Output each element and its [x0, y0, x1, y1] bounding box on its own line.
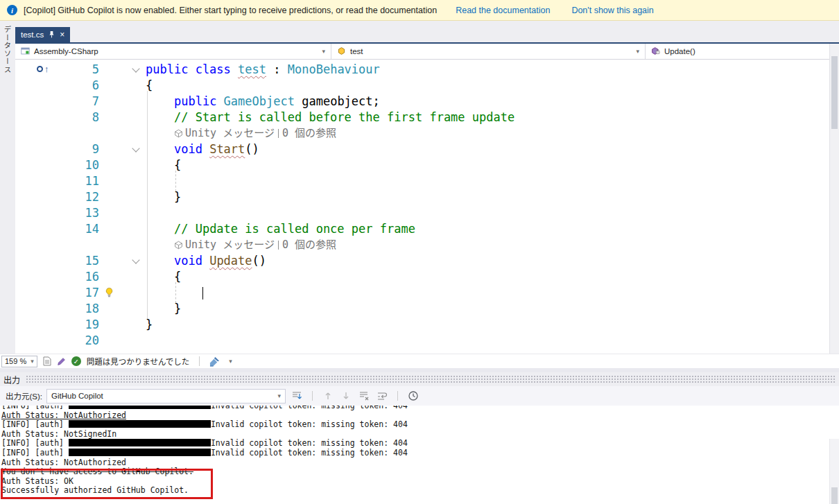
fold-margin[interactable]: [103, 189, 146, 205]
up-arrow-glyph: ↑: [44, 64, 49, 73]
codelens-line[interactable]: Unity メッセージ0 個の参照: [146, 125, 829, 141]
fold-margin[interactable]: [103, 94, 146, 110]
code-line[interactable]: }: [146, 189, 829, 205]
tool-window-tab-data-sources[interactable]: データソース: [3, 26, 13, 354]
code-row[interactable]: 12 }: [15, 189, 829, 205]
fold-margin[interactable]: [103, 110, 146, 125]
next-message-icon[interactable]: [339, 389, 353, 403]
zoom-level-select[interactable]: 159 % ▾: [1, 356, 37, 367]
pin-icon[interactable]: [49, 31, 55, 40]
code-row[interactable]: 6{: [15, 78, 829, 94]
document-icon[interactable]: [43, 356, 51, 366]
output-panel-header[interactable]: 出力: [0, 372, 839, 386]
code-rows[interactable]: ↑5public class test : MonoBehaviour6{7 p…: [15, 60, 829, 349]
code-line[interactable]: {: [146, 269, 829, 285]
project-dropdown-value: Assembly-CSharp: [34, 47, 98, 55]
fold-margin[interactable]: [103, 141, 146, 157]
code-line[interactable]: {: [146, 78, 829, 94]
panel-drag-grip[interactable]: [26, 375, 836, 383]
code-line[interactable]: [146, 173, 829, 189]
fold-margin[interactable]: [103, 221, 146, 237]
dont-show-again-link[interactable]: Don't show this again: [571, 6, 653, 15]
prev-message-icon[interactable]: [321, 389, 335, 403]
code-line[interactable]: public class test : MonoBehaviour: [146, 62, 829, 78]
code-row[interactable]: 10 {: [15, 157, 829, 173]
code-line[interactable]: void Update(): [146, 253, 829, 269]
type-dropdown[interactable]: test ▾: [331, 44, 646, 59]
project-dropdown[interactable]: Assembly-CSharp ▾: [15, 44, 331, 59]
clear-all-icon[interactable]: [357, 389, 371, 403]
code-row[interactable]: 11: [15, 173, 829, 189]
code-row[interactable]: ↑5public class test : MonoBehaviour: [15, 62, 829, 78]
code-line[interactable]: [146, 285, 829, 301]
code-row[interactable]: 8 // Start is called before the first fr…: [15, 110, 829, 125]
code-row[interactable]: 9 void Start(): [15, 141, 829, 157]
code-row[interactable]: 15 void Update(): [15, 253, 829, 269]
fold-margin[interactable]: [103, 62, 146, 78]
fold-chevron-icon[interactable]: [132, 256, 139, 263]
code-row[interactable]: 13: [15, 205, 829, 221]
code-line[interactable]: {: [146, 157, 829, 173]
codelens-references[interactable]: 0 個の参照: [282, 237, 336, 253]
code-line[interactable]: // Update is called once per frame: [146, 221, 829, 237]
fold-margin[interactable]: [103, 237, 146, 253]
fold-margin[interactable]: [103, 78, 146, 94]
fold-margin[interactable]: [103, 317, 146, 333]
fold-margin[interactable]: [103, 333, 146, 349]
line-number-margin: 13: [15, 205, 103, 221]
member-dropdown[interactable]: Update() ▾: [646, 44, 839, 59]
code-token: {: [146, 78, 153, 92]
goto-message-icon[interactable]: [290, 389, 304, 403]
code-row[interactable]: 7 public GameObject gameobject;: [15, 94, 829, 110]
code-editor[interactable]: ↑5public class test : MonoBehaviour6{7 p…: [15, 60, 829, 354]
code-line[interactable]: public GameObject gameobject;: [146, 94, 829, 110]
output-line: Auth Status: NotSignedIn: [1, 430, 839, 440]
editor-status-bar: 159 % ▾ ✓ 問題は見つかりませんでした ▾: [0, 354, 839, 368]
fold-margin[interactable]: [103, 173, 146, 189]
code-token: GameObject: [224, 94, 295, 108]
code-row[interactable]: Unity メッセージ0 個の参照: [15, 237, 829, 253]
read-documentation-link[interactable]: Read the documentation: [456, 6, 550, 15]
fold-margin[interactable]: [103, 301, 146, 317]
fold-margin[interactable]: [103, 269, 146, 285]
codelens-line[interactable]: Unity メッセージ0 個の参照: [146, 237, 829, 253]
scrollbar-thumb[interactable]: [831, 487, 838, 504]
code-line[interactable]: }: [146, 317, 829, 333]
output-toolbar: 出力元(S): GitHub Copilot ▾: [0, 386, 839, 406]
code-line[interactable]: [146, 333, 829, 349]
code-row[interactable]: 18 }: [15, 301, 829, 317]
code-line[interactable]: [146, 205, 829, 221]
code-row[interactable]: 16 {: [15, 269, 829, 285]
fold-margin[interactable]: [103, 157, 146, 173]
tab-test-cs[interactable]: test.cs ×: [15, 27, 70, 42]
fold-margin[interactable]: [103, 125, 146, 141]
code-row[interactable]: Unity メッセージ0 個の参照: [15, 125, 829, 141]
code-row[interactable]: 17: [15, 285, 829, 301]
code-navigation-bar: Assembly-CSharp ▾ test ▾ Update() ▾: [15, 44, 839, 60]
code-row[interactable]: 19}: [15, 317, 829, 333]
code-line[interactable]: }: [146, 301, 829, 317]
chevron-down-icon: ▾: [31, 358, 34, 365]
close-icon[interactable]: ×: [60, 31, 64, 39]
output-source-select[interactable]: GitHub Copilot ▾: [46, 389, 286, 403]
editor-vertical-scrollbar[interactable]: [829, 44, 839, 354]
line-number-margin: 6: [15, 78, 103, 94]
timestamp-clock-icon[interactable]: [406, 389, 420, 403]
output-vertical-scrollbar[interactable]: [829, 439, 839, 504]
fold-chevron-icon[interactable]: [132, 64, 139, 72]
word-wrap-icon[interactable]: [375, 389, 389, 403]
code-line[interactable]: void Start(): [146, 141, 829, 157]
output-line: Auth Status: NotAuthorized: [1, 458, 839, 468]
code-line[interactable]: // Start is called before the first fram…: [146, 110, 829, 125]
scrollbar-thumb[interactable]: [831, 56, 838, 129]
lightbulb-icon[interactable]: [104, 287, 115, 301]
code-cleanup-icon[interactable]: ▾: [209, 356, 232, 367]
pen-icon[interactable]: [57, 357, 66, 366]
output-log[interactable]: [INFO] [auth] Invalid copilot token: mis…: [0, 406, 839, 504]
codelens-references[interactable]: 0 個の参照: [282, 125, 336, 141]
fold-margin[interactable]: [103, 205, 146, 221]
code-row[interactable]: 20: [15, 333, 829, 349]
fold-margin[interactable]: [103, 253, 146, 269]
code-row[interactable]: 14 // Update is called once per frame: [15, 221, 829, 237]
fold-chevron-icon[interactable]: [132, 144, 139, 152]
